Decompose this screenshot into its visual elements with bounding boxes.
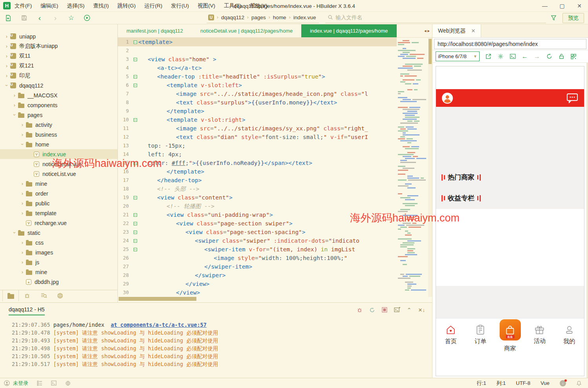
login-status[interactable]: 未登录	[13, 380, 28, 387]
menu-item-7[interactable]: 视图(V)	[198, 2, 215, 9]
nav-back-icon[interactable]: ←	[521, 53, 528, 60]
refresh-icon[interactable]	[546, 53, 553, 60]
code-line-23[interactable]: 23−<view class="page-section-spacing">	[118, 228, 397, 236]
code-line-27[interactable]: 27</swiper-item>	[118, 262, 397, 271]
code-line-6[interactable]: 6−<template v-slot:left>	[118, 81, 397, 90]
code-line-12[interactable]: 12<text class="dian" style="font-size: s…	[118, 133, 397, 141]
tree-item-css[interactable]: ›css	[0, 238, 117, 247]
code-line-18[interactable]: 18<!-- 头部 -->	[118, 185, 397, 193]
chevron-icon[interactable]: ›	[11, 92, 18, 98]
browser-tab-close-icon[interactable]: ✕	[471, 28, 476, 34]
terminal-icon[interactable]	[51, 381, 57, 386]
breadcrumb-item[interactable]: home	[273, 15, 286, 20]
tree-item-帝启版本uniapp[interactable]: ›U帝启版本uniapp	[0, 41, 117, 51]
tree-item-pages[interactable]: ›pages	[0, 110, 117, 120]
editor-tab-2[interactable]: index.vue | dqaqq112/pages/home	[301, 24, 396, 37]
fold-icon[interactable]: −	[134, 213, 137, 217]
fold-icon[interactable]: −	[134, 118, 137, 122]
code-line-10[interactable]: 10−<template v-slot:right>	[118, 115, 397, 124]
code-line-30[interactable]: 30</view>	[118, 288, 397, 297]
fold-icon[interactable]: −	[134, 40, 137, 44]
tree-item-uniapp[interactable]: ›Uuniapp	[0, 31, 117, 41]
forward-icon[interactable]: ›	[50, 14, 60, 22]
tree-item-order[interactable]: ›order	[0, 189, 117, 198]
search-tab[interactable]	[35, 290, 52, 301]
minimize-button[interactable]: —	[536, 0, 553, 12]
tree-item-js[interactable]: ›js	[0, 257, 117, 267]
code-line-26[interactable]: 26<image style="width: 100%;height:100%;…	[118, 254, 397, 262]
globe-icon[interactable]	[65, 381, 71, 386]
avatar-icon[interactable]	[441, 92, 453, 104]
maximize-button[interactable]: ▢	[553, 0, 571, 12]
fold-icon[interactable]: −	[134, 58, 137, 61]
chevron-icon[interactable]: ›	[19, 240, 26, 245]
tree-item-mine[interactable]: ›mine	[0, 179, 117, 189]
menu-item-1[interactable]: 编辑(E)	[40, 2, 58, 9]
tree-item-mine[interactable]: ›mine	[0, 267, 117, 277]
qr-code-icon[interactable]	[570, 53, 577, 60]
code-line-8[interactable]: 8<text class="surplus">{{userInfo.money}…	[118, 98, 397, 107]
open-external-icon[interactable]	[485, 53, 492, 60]
tabbar-item-活动[interactable]: 活动	[525, 318, 554, 353]
tree-item-business[interactable]: ›business	[0, 130, 117, 139]
chevron-icon[interactable]: ›	[11, 102, 18, 108]
fold-icon[interactable]: −	[134, 248, 137, 251]
chevron-icon[interactable]: ›	[19, 269, 26, 275]
fold-icon[interactable]: −	[134, 239, 137, 243]
chevron-icon[interactable]: ›	[12, 112, 18, 119]
files-tab[interactable]	[2, 290, 19, 301]
encoding[interactable]: UTF-8	[516, 380, 531, 386]
chevron-icon[interactable]: ›	[4, 82, 10, 89]
tree-item-components[interactable]: ›components	[0, 100, 117, 110]
fold-icon[interactable]: −	[134, 196, 137, 199]
chevron-icon[interactable]: ›	[19, 181, 26, 187]
console-terminal-icon[interactable]	[509, 53, 516, 60]
chevron-icon[interactable]: ›	[19, 190, 26, 196]
save-icon[interactable]	[19, 14, 29, 22]
code-line-1[interactable]: 1−<template>	[118, 38, 397, 46]
menu-item-4[interactable]: 跳转(G)	[117, 2, 136, 9]
chevron-icon[interactable]: ›	[19, 249, 26, 255]
breadcrumb-item[interactable]: dqaqq112	[221, 15, 244, 20]
code-line-5[interactable]: 5−<header-top :title="headTitle" :isSurp…	[118, 72, 397, 81]
tabbar-item-商家[interactable]: 鑫鑫商家	[495, 318, 525, 353]
chevron-icon[interactable]: ›	[19, 122, 26, 128]
bookmark-star-icon[interactable]: ☆	[66, 14, 76, 22]
url-bar[interactable]: http://localhost:8080/#/pages/home/index	[434, 39, 586, 49]
code-line-9[interactable]: 9</template>	[118, 107, 397, 115]
chevron-icon[interactable]: ›	[19, 210, 26, 216]
settings-gear-icon[interactable]	[497, 53, 504, 60]
tabbar-item-订单[interactable]: 订单	[465, 318, 495, 353]
tree-item-双121[interactable]: ›U双121	[0, 61, 117, 71]
lock-icon[interactable]	[558, 53, 565, 60]
breadcrumb-item[interactable]: pages	[251, 15, 266, 20]
editor-tab-1[interactable]: noticeDetail.vue | dqaqq112/pages/home	[192, 24, 301, 37]
filter-icon[interactable]	[548, 14, 559, 22]
minimap[interactable]	[397, 38, 428, 297]
browser-tab[interactable]: Web浏览器 ✕	[432, 24, 481, 37]
device-select[interactable]: iPhone 6/7/8 ▼	[436, 51, 480, 61]
menu-item-5[interactable]: 运行(R)	[145, 2, 163, 9]
chevron-icon[interactable]: ›	[3, 33, 10, 39]
code-line-2[interactable]: 2	[118, 46, 397, 55]
tree-item-home[interactable]: ›home	[0, 139, 117, 149]
clear-console-icon[interactable]: ✕↓	[418, 307, 425, 313]
message-icon[interactable]	[566, 93, 579, 104]
tree-item-印尼[interactable]: ›U印尼	[0, 71, 117, 81]
tab-scroll-left-icon[interactable]: ◂	[424, 28, 427, 33]
menu-item-6[interactable]: 发行(U)	[171, 2, 189, 9]
browser-tab-icon[interactable]	[52, 290, 68, 301]
editor-hscrollbar[interactable]	[119, 297, 196, 301]
breadcrumb-item[interactable]: index.vue	[293, 15, 316, 20]
update-icon[interactable]: ↓	[560, 380, 566, 386]
close-button[interactable]: ✕	[571, 0, 588, 12]
chevron-icon[interactable]: ›	[19, 259, 26, 265]
console-tab[interactable]: dqaqq112 - H5	[9, 306, 45, 315]
chevron-icon[interactable]: ›	[12, 229, 18, 236]
code-line-29[interactable]: 29</view>	[118, 280, 397, 288]
tree-item-static[interactable]: ›static	[0, 228, 117, 238]
editor-tab-0[interactable]: manifest.json | dqaqq112	[118, 24, 192, 37]
language-mode[interactable]: Vue	[540, 380, 550, 386]
chevron-icon[interactable]: ›	[3, 63, 10, 69]
code-line-3[interactable]: 3−<view class="home" >	[118, 55, 397, 64]
